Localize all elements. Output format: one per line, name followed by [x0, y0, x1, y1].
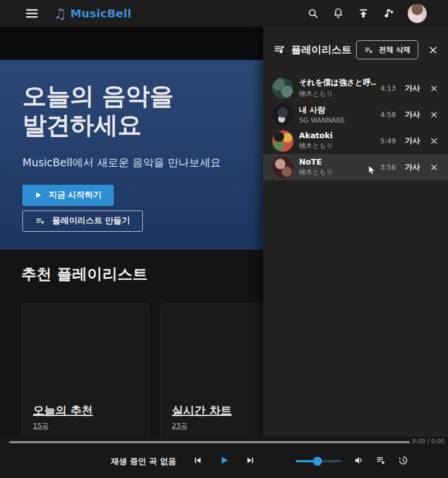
now-playing-label: 재생 중인 곡 없음 [111, 456, 176, 467]
track-meta: 내 사람 SG WANNABE [299, 105, 376, 124]
next-track-icon[interactable] [246, 456, 255, 465]
time-display: 0:00 / 0:00 [412, 438, 445, 444]
seek-bar[interactable] [9, 441, 410, 443]
app-logo[interactable]: ♫ MusicBell [54, 7, 132, 21]
playlist-remove-icon [364, 45, 374, 55]
card-title-link[interactable]: 오늘의 추천 [33, 403, 93, 418]
card-track-count: 15곡 [33, 421, 48, 431]
top-app-bar: ♫ MusicBell [0, 0, 448, 27]
lyrics-button[interactable]: 가사 [405, 83, 420, 93]
clear-all-button[interactable]: 전체 삭제 [356, 40, 418, 59]
track-title: それを僕は強さと呼… [299, 78, 376, 88]
track-artist: 楠木ともり [299, 141, 376, 151]
album-art [272, 104, 293, 125]
album-art [272, 78, 293, 99]
card-todays-picks[interactable]: 오늘의 추천 15곡 [21, 303, 149, 439]
remove-track-icon[interactable] [430, 137, 438, 145]
app-title: MusicBell [70, 7, 131, 20]
remove-track-icon[interactable] [430, 163, 438, 171]
playlist-row-hovered[interactable]: NoTE 楠木ともり 3:56 가사 [263, 154, 448, 180]
volume-speaker-icon[interactable] [353, 455, 364, 466]
playlist-add-icon [35, 216, 45, 226]
search-icon[interactable] [307, 7, 319, 20]
musicbell-app: ♫ MusicBell 오늘의 음악을 발견하세요 MusicBell에서 새로 [0, 0, 448, 478]
volume-slider[interactable] [296, 457, 342, 466]
lyrics-button[interactable]: 가사 [405, 162, 420, 172]
previous-track-icon[interactable] [193, 456, 202, 465]
track-meta: NoTE 楠木ともり [299, 157, 376, 177]
track-title: Akatoki [299, 131, 376, 140]
track-duration: 5:49 [376, 137, 396, 145]
track-title: NoTE [299, 157, 376, 166]
playlist-row[interactable]: Akatoki 楠木ともり 5:49 가사 [263, 128, 448, 154]
panel-title-group: 플레이리스트 [273, 43, 352, 57]
menu-icon[interactable] [25, 6, 39, 21]
track-meta: それを僕は強さと呼… 楠木ともり [299, 78, 376, 99]
queue-music-icon [273, 44, 286, 56]
create-playlist-button[interactable]: 플레이리스트 만들기 [22, 210, 143, 232]
card-title-link[interactable]: 실시간 차트 [172, 403, 232, 418]
track-meta: Akatoki 楠木ともり [299, 131, 376, 151]
album-art [272, 130, 293, 152]
panel-title: 플레이리스트 [291, 43, 352, 57]
playlist-items: それを僕は強さと呼… 楠木ともり 4:13 가사 내 사람 SG WANNABE… [263, 75, 448, 180]
queue-icon[interactable] [376, 455, 386, 466]
track-duration: 3:56 [376, 163, 396, 171]
album-art [272, 157, 293, 178]
remove-track-icon[interactable] [430, 111, 438, 119]
history-icon[interactable] [398, 455, 408, 466]
remove-track-icon[interactable] [430, 85, 438, 92]
playlist-panel: 플레이리스트 전체 삭제 それを僕は強さと呼… 楠木ともり 4:13 가사 [263, 27, 448, 437]
track-artist: 楠木ともり [299, 89, 376, 99]
playlist-panel-header: 플레이리스트 전체 삭제 [263, 27, 448, 73]
lyrics-button[interactable]: 가사 [405, 136, 420, 146]
playlist-row[interactable]: それを僕は強さと呼… 楠木ともり 4:13 가사 [263, 75, 448, 101]
header-actions [307, 4, 427, 23]
track-artist: 楠木ともり [299, 167, 376, 177]
player-bar: 0:00 / 0:00 재생 중인 곡 없음 [0, 437, 448, 478]
lyrics-button[interactable]: 가사 [405, 110, 420, 120]
track-artist: SG WANNABE [299, 116, 376, 124]
upload-icon[interactable] [357, 7, 370, 20]
music-note-icon: ♫ [54, 7, 66, 21]
play-icon [35, 191, 42, 199]
notifications-bell-icon[interactable] [332, 7, 344, 20]
track-duration: 4:58 [376, 110, 396, 119]
playlist-row[interactable]: 내 사람 SG WANNABE 4:58 가사 [263, 101, 448, 128]
user-avatar[interactable] [408, 4, 427, 23]
track-duration: 4:13 [376, 84, 396, 92]
volume-thumb[interactable] [313, 457, 322, 466]
play-button[interactable] [219, 455, 230, 466]
add-music-icon[interactable] [382, 7, 395, 20]
card-track-count: 23곡 [172, 421, 187, 431]
start-now-button[interactable]: 지금 시작하기 [22, 185, 114, 206]
track-title: 내 사람 [299, 105, 376, 115]
panel-close-icon[interactable] [428, 45, 438, 55]
